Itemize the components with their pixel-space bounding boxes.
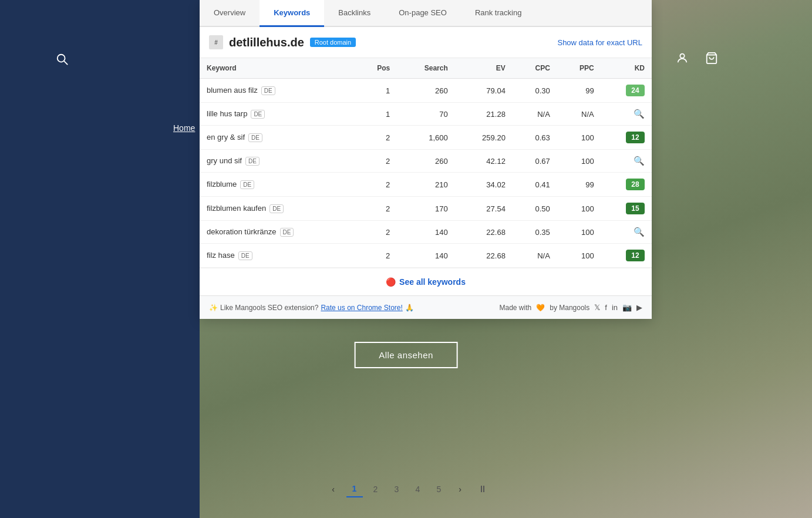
sidebar-background: [0, 0, 200, 518]
see-all-emoji: 🔴: [386, 277, 396, 287]
cell-keyword: lille hus tarpDE: [200, 103, 355, 126]
tab-backlinks[interactable]: Backlinks: [324, 0, 385, 27]
cell-pos: 2: [355, 221, 397, 244]
cell-ev: 22.68: [455, 221, 513, 244]
col-keyword: Keyword: [200, 58, 355, 79]
cell-cpc: N/A: [513, 244, 557, 268]
cell-kd: 28: [601, 173, 652, 197]
prayer-emoji: 🙏: [405, 304, 414, 312]
col-search: Search: [397, 58, 455, 79]
pagination-page-1[interactable]: 1: [346, 481, 363, 497]
instagram-icon[interactable]: 📷: [622, 303, 632, 312]
cell-search: 1,600: [397, 126, 455, 150]
cell-search: 260: [397, 150, 455, 173]
cell-kd: 15: [601, 197, 652, 221]
table-row: dekoration türkränzeDE214022.680.35100🔍: [200, 221, 652, 244]
rate-chrome-store-link[interactable]: Rate us on Chrome Store!: [321, 304, 402, 312]
cell-pos: 2: [355, 126, 397, 150]
cell-ev: 21.28: [455, 103, 513, 126]
cell-ev: 259.20: [455, 126, 513, 150]
see-all-row: 🔴 See all keywords: [200, 268, 652, 295]
table-row: gry und sifDE226042.120.67100🔍: [200, 150, 652, 173]
tab-onpage[interactable]: On-page SEO: [385, 0, 461, 27]
pagination-page-5[interactable]: 5: [431, 481, 447, 497]
pagination-page-3[interactable]: 3: [389, 481, 405, 497]
cell-pos: 2: [355, 244, 397, 268]
cell-ppc: 99: [557, 79, 601, 103]
facebook-icon[interactable]: f: [605, 303, 607, 312]
home-nav-link[interactable]: Home: [173, 123, 195, 133]
heart-emoji: 🧡: [536, 304, 545, 312]
search-icon[interactable]: [56, 53, 69, 69]
twitter-icon[interactable]: 𝕏: [594, 303, 600, 312]
tab-rank[interactable]: Rank tracking: [461, 0, 535, 27]
sparkle-emoji: ✨: [209, 304, 218, 312]
kd-badge: 15: [626, 203, 645, 214]
user-icon[interactable]: [676, 52, 689, 68]
cell-pos: 2: [355, 150, 397, 173]
table-row: en gry & sifDE21,600259.200.6310012: [200, 126, 652, 150]
cell-search: 210: [397, 173, 455, 197]
cell-cpc: 0.63: [513, 126, 557, 150]
table-row: filzblumeDE221034.020.419928: [200, 173, 652, 197]
cell-ppc: 100: [557, 197, 601, 221]
domain-info: # detlillehus.de Root domain: [209, 35, 356, 49]
table-row: filz haseDE214022.68N/A10012: [200, 244, 652, 268]
see-all-keywords-button[interactable]: 🔴 See all keywords: [386, 277, 466, 287]
cell-keyword: dekoration türkränzeDE: [200, 221, 355, 244]
pagination-page-2[interactable]: 2: [368, 481, 384, 497]
cell-pos: 2: [355, 173, 397, 197]
cell-ppc: 100: [557, 150, 601, 173]
col-ev: EV: [455, 58, 513, 79]
cell-pos: 1: [355, 79, 397, 103]
alle-ansehen-button[interactable]: Alle ansehen: [354, 342, 458, 368]
kd-search-icon: 🔍: [634, 156, 645, 166]
cell-cpc: 0.67: [513, 150, 557, 173]
panel-header: # detlillehus.de Root domain Show data f…: [200, 27, 652, 58]
cell-keyword: gry und sifDE: [200, 150, 355, 173]
table-row: filzblumen kaufenDE217027.540.5010015: [200, 197, 652, 221]
table-row: blumen aus filzDE126079.040.309924: [200, 79, 652, 103]
pagination-prev[interactable]: ‹: [325, 481, 342, 497]
keywords-table-wrapper: Keyword Pos Search EV CPC PPC KD blumen …: [200, 58, 652, 268]
cell-pos: 2: [355, 197, 397, 221]
promo-text: Like Mangools SEO extension?: [220, 304, 318, 312]
col-cpc: CPC: [513, 58, 557, 79]
cell-cpc: 0.35: [513, 221, 557, 244]
linkedin-icon[interactable]: in: [612, 303, 618, 312]
cell-kd: 12: [601, 244, 652, 268]
pagination-next[interactable]: ›: [452, 481, 469, 497]
cell-ev: 42.12: [455, 150, 513, 173]
tab-overview[interactable]: Overview: [200, 0, 260, 27]
svg-point-2: [680, 54, 684, 58]
youtube-icon[interactable]: ▶: [636, 303, 642, 312]
cell-ev: 27.54: [455, 197, 513, 221]
kd-search-icon: 🔍: [634, 227, 645, 237]
kd-badge: 28: [626, 179, 645, 190]
keywords-table: Keyword Pos Search EV CPC PPC KD blumen …: [200, 58, 652, 268]
cell-ev: 34.02: [455, 173, 513, 197]
table-header-row: Keyword Pos Search EV CPC PPC KD: [200, 58, 652, 79]
cell-ppc: 100: [557, 126, 601, 150]
made-with-text: Made with: [500, 304, 532, 312]
cart-icon[interactable]: [705, 52, 718, 68]
seo-panel: Overview Keywords Backlinks On-page SEO …: [200, 0, 652, 319]
cell-cpc: 0.30: [513, 79, 557, 103]
panel-footer: ✨ Like Mangools SEO extension? Rate us o…: [200, 295, 652, 319]
cell-kd: 🔍: [601, 150, 652, 173]
footer-promo: ✨ Like Mangools SEO extension? Rate us o…: [209, 304, 414, 312]
show-exact-url-link[interactable]: Show data for exact URL: [557, 38, 642, 47]
col-kd: KD: [601, 58, 652, 79]
see-all-label: See all keywords: [399, 277, 466, 287]
kd-badge: 12: [626, 250, 645, 261]
pagination: ‹ 1 2 3 4 5 › ⏸: [325, 481, 487, 497]
cell-search: 70: [397, 103, 455, 126]
cell-pos: 1: [355, 103, 397, 126]
domain-name: detlillehus.de: [229, 36, 304, 49]
pagination-pause-icon[interactable]: ⏸: [478, 484, 487, 495]
pagination-page-4[interactable]: 4: [410, 481, 426, 497]
cell-ppc: 99: [557, 173, 601, 197]
cell-keyword: en gry & sifDE: [200, 126, 355, 150]
tab-keywords[interactable]: Keywords: [260, 0, 324, 27]
cell-ppc: 100: [557, 244, 601, 268]
